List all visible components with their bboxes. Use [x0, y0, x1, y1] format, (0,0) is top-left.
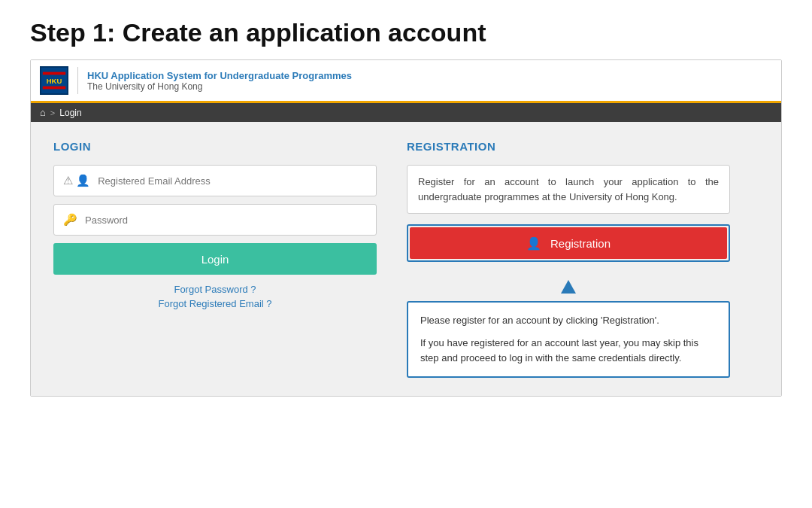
registration-user-icon: 👤 [526, 236, 541, 251]
login-links: Forgot Password ? Forgot Registered Emai… [53, 284, 377, 309]
login-section-title: LOGIN [53, 140, 377, 153]
email-input[interactable] [98, 175, 367, 187]
header-text-block: HKU Application System for Undergraduate… [87, 70, 352, 92]
header-app-title: HKU Application System for Undergraduate… [87, 70, 352, 81]
registration-button[interactable]: 👤 Registration [410, 227, 727, 259]
tooltip-box: Please register for an account by clicki… [407, 301, 730, 378]
home-icon[interactable]: ⌂ [40, 107, 46, 118]
breadcrumb-bar: ⌂ > Login [31, 103, 781, 122]
browser-window: HKU HKU Application System for Undergrad… [30, 59, 782, 397]
breadcrumb-chevron: > [50, 108, 55, 117]
svg-rect-4 [43, 72, 65, 75]
breadcrumb-login: Login [59, 108, 81, 118]
login-button[interactable]: Login [53, 243, 377, 275]
content-area: LOGIN ⚠ 👤 🔑 Login Forgot Password ? Forg… [31, 122, 781, 396]
header-university-name: The University of Hong Kong [87, 81, 352, 92]
registration-section-title: REGISTRATION [407, 140, 730, 153]
password-input[interactable] [85, 214, 367, 226]
page-container: Step 1: Create an application account HK… [0, 0, 812, 508]
forgot-password-link[interactable]: Forgot Password ? [174, 284, 256, 295]
registration-description: Register for an account to launch your a… [407, 165, 730, 214]
header-divider [77, 67, 78, 94]
tooltip-line2: If you have registered for an account la… [420, 336, 717, 366]
forgot-email-link[interactable]: Forgot Registered Email ? [158, 298, 271, 309]
lock-icon: 🔑 [63, 213, 77, 227]
svg-rect-3 [43, 87, 65, 90]
hku-logo: HKU [40, 66, 68, 95]
tooltip-arrow [561, 280, 576, 294]
page-title: Step 1: Create an application account [30, 18, 782, 47]
user-icon: ⚠ 👤 [63, 174, 90, 187]
svg-text:HKU: HKU [47, 77, 62, 85]
browser-header: HKU HKU Application System for Undergrad… [31, 60, 781, 103]
password-input-wrapper[interactable]: 🔑 [53, 204, 377, 236]
registration-section: REGISTRATION Register for an account to … [407, 140, 730, 378]
tooltip-line1: Please register for an account by clicki… [420, 313, 717, 328]
registration-btn-wrapper: 👤 Registration [407, 224, 730, 262]
email-input-wrapper[interactable]: ⚠ 👤 [53, 165, 377, 196]
login-section: LOGIN ⚠ 👤 🔑 Login Forgot Password ? Forg… [53, 140, 377, 378]
registration-button-label: Registration [550, 237, 611, 250]
